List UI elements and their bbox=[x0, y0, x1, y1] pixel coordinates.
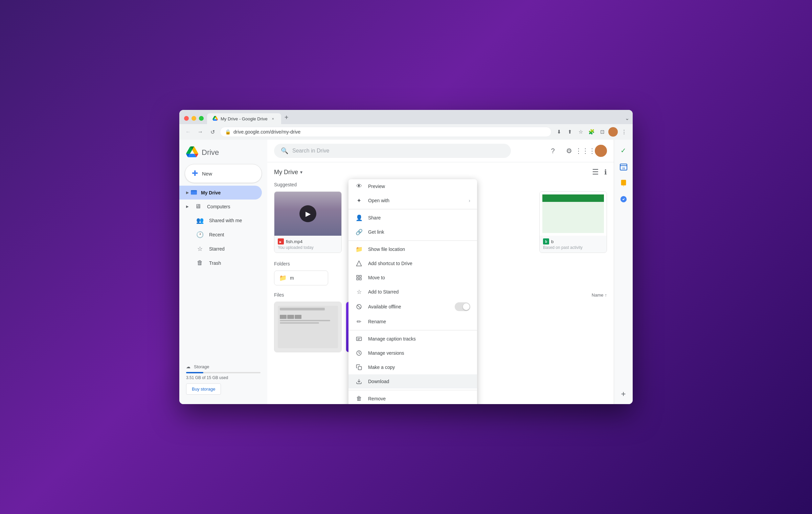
storage-label: ☁ Storage bbox=[186, 364, 261, 369]
browser-window: My Drive - Google Drive × + ⌄ ← → ↺ 🔒 dr… bbox=[179, 110, 633, 404]
mp4-icon: ▶ bbox=[278, 238, 284, 244]
app-content: Drive ✚ New ▶ My Drive ▶ 🖥 Compu bbox=[179, 140, 633, 404]
sidebar-item-recent[interactable]: 🕐 Recent bbox=[179, 228, 262, 242]
file-card-subtitle: You uploaded today bbox=[278, 245, 338, 250]
browser-tab[interactable]: My Drive - Google Drive × bbox=[207, 113, 281, 124]
menu-item-make-copy[interactable]: Make a copy bbox=[348, 360, 477, 374]
new-button-label: New bbox=[202, 171, 212, 177]
menu-item-caption-tracks[interactable]: Manage caption tracks bbox=[348, 332, 477, 346]
download-page-button[interactable]: ⬇ bbox=[554, 127, 564, 137]
menu-item-remove[interactable]: 🗑 Remove bbox=[348, 392, 477, 404]
svg-rect-19 bbox=[621, 180, 626, 186]
folder-item-m[interactable]: 📁 m bbox=[274, 271, 328, 285]
search-placeholder: Search in Drive bbox=[292, 148, 329, 154]
add-shortcut-icon bbox=[355, 260, 363, 267]
close-traffic-light[interactable] bbox=[184, 116, 189, 121]
back-button[interactable]: ← bbox=[183, 127, 193, 137]
tab-favicon bbox=[212, 116, 218, 121]
svg-rect-14 bbox=[358, 367, 362, 370]
trash-icon: 🗑 bbox=[196, 259, 204, 266]
svg-rect-6 bbox=[360, 278, 361, 280]
storage-label-text: Storage bbox=[194, 364, 209, 369]
menu-item-preview-label: Preview bbox=[368, 184, 470, 189]
menu-item-add-shortcut[interactable]: Add shortcut to Drive bbox=[348, 256, 477, 271]
offline-toggle[interactable] bbox=[455, 302, 470, 311]
menu-item-caption-tracks-label: Manage caption tracks bbox=[368, 336, 470, 342]
menu-item-download-label: Download bbox=[368, 379, 470, 384]
sidebar-item-starred[interactable]: ☆ Starred bbox=[179, 242, 262, 256]
menu-item-get-link[interactable]: 🔗 Get link bbox=[348, 225, 477, 239]
svg-line-9 bbox=[357, 305, 361, 309]
menu-item-manage-versions[interactable]: Manage versions bbox=[348, 346, 477, 360]
my-drive-folder-icon bbox=[190, 189, 198, 196]
sidebar-item-my-drive[interactable]: ▶ My Drive bbox=[179, 186, 262, 200]
drive-logo-text: Drive bbox=[202, 148, 219, 157]
caption-tracks-icon bbox=[355, 335, 363, 343]
list-view-button[interactable]: ☰ bbox=[592, 168, 599, 177]
screenshot-thumbnail bbox=[274, 302, 341, 352]
split-view-button[interactable]: ⊡ bbox=[597, 127, 607, 137]
sidebar-item-shared[interactable]: 👥 Shared with me bbox=[179, 213, 262, 228]
search-bar[interactable]: 🔍 Search in Drive bbox=[274, 144, 511, 158]
buy-storage-button[interactable]: Buy storage bbox=[186, 383, 221, 395]
address-bar[interactable]: 🔒 drive.google.com/drive/my-drive bbox=[220, 127, 551, 137]
download-icon bbox=[355, 378, 363, 385]
sidebar-item-label-starred: Starred bbox=[209, 246, 225, 252]
reminders-button[interactable] bbox=[617, 192, 630, 206]
apps-button[interactable]: ⋮⋮⋮ bbox=[579, 144, 592, 158]
keep-button[interactable] bbox=[617, 176, 630, 190]
menu-item-share[interactable]: 👤 Share bbox=[348, 211, 477, 225]
new-tab-button[interactable]: + bbox=[282, 114, 291, 124]
menu-item-make-copy-label: Make a copy bbox=[368, 365, 470, 370]
menu-divider-3 bbox=[348, 330, 477, 330]
info-button[interactable]: ℹ bbox=[604, 168, 607, 176]
play-button-icon: ▶ bbox=[299, 205, 316, 222]
sidebar-item-trash[interactable]: 🗑 Trash bbox=[179, 256, 262, 270]
bookmark-button[interactable]: ☆ bbox=[576, 127, 585, 137]
new-button[interactable]: ✚ New bbox=[185, 164, 262, 183]
menu-item-share-label: Share bbox=[368, 215, 470, 220]
menu-item-add-starred-label: Add to Starred bbox=[368, 289, 470, 295]
sort-label: Name bbox=[592, 293, 604, 298]
preview-icon: 👁 bbox=[355, 183, 363, 190]
menu-item-rename[interactable]: ✏ Rename bbox=[348, 314, 477, 329]
menu-item-show-location[interactable]: 📁 Show file location bbox=[348, 242, 477, 256]
sheets-card-name: b b bbox=[543, 238, 603, 244]
storage-section: ☁ Storage 3.51 GB of 15 GB used Buy stor… bbox=[179, 359, 267, 400]
menu-item-move-to[interactable]: Move to bbox=[348, 271, 477, 285]
add-panel-button[interactable]: + bbox=[617, 388, 630, 400]
menu-item-preview[interactable]: 👁 Preview bbox=[348, 179, 477, 193]
menu-item-open-with[interactable]: ✦ Open with › bbox=[348, 193, 477, 208]
menu-item-add-starred[interactable]: ☆ Add to Starred bbox=[348, 285, 477, 299]
file-card-sheets[interactable]: b b Based on past activity bbox=[539, 191, 607, 253]
help-button[interactable]: ? bbox=[546, 144, 560, 158]
sidebar-item-label-my-drive: My Drive bbox=[201, 190, 221, 195]
maximize-traffic-light[interactable] bbox=[199, 116, 204, 121]
tab-close-button[interactable]: × bbox=[270, 116, 276, 121]
settings-button[interactable]: ⚙ bbox=[562, 144, 576, 158]
menu-divider-1 bbox=[348, 209, 477, 209]
menu-item-available-offline[interactable]: Available offline bbox=[348, 299, 477, 314]
more-menu-button[interactable]: ⋮ bbox=[619, 127, 629, 137]
storage-fill bbox=[186, 372, 203, 373]
available-offline-icon bbox=[355, 303, 363, 310]
extensions-button[interactable]: 🧩 bbox=[587, 127, 596, 137]
tasks-button[interactable]: ✓ bbox=[617, 144, 630, 157]
user-avatar[interactable] bbox=[595, 145, 607, 157]
manage-versions-icon bbox=[355, 349, 363, 357]
menu-item-move-to-label: Move to bbox=[368, 275, 470, 280]
browser-avatar[interactable] bbox=[608, 127, 618, 137]
refresh-button[interactable]: ↺ bbox=[208, 127, 217, 137]
browser-toolbar: ← → ↺ 🔒 drive.google.com/drive/my-drive … bbox=[179, 124, 633, 140]
forward-button[interactable]: → bbox=[196, 127, 205, 137]
tab-dropdown-button[interactable]: ⌄ bbox=[625, 115, 629, 124]
minimize-traffic-light[interactable] bbox=[191, 116, 196, 121]
file-thumb-screenshot[interactable] bbox=[274, 302, 342, 352]
sidebar-item-computers[interactable]: ▶ 🖥 Computers bbox=[179, 200, 262, 213]
share-page-button[interactable]: ⬆ bbox=[565, 127, 574, 137]
files-sort-button[interactable]: Name ↑ bbox=[592, 293, 607, 298]
calendar-button[interactable]: 31 bbox=[617, 160, 630, 173]
menu-item-download[interactable]: Download bbox=[348, 374, 477, 389]
menu-item-open-with-label: Open with bbox=[368, 198, 463, 203]
file-card-fish[interactable]: ▶ ▶ fish.mp4 You uploaded today bbox=[274, 191, 342, 253]
